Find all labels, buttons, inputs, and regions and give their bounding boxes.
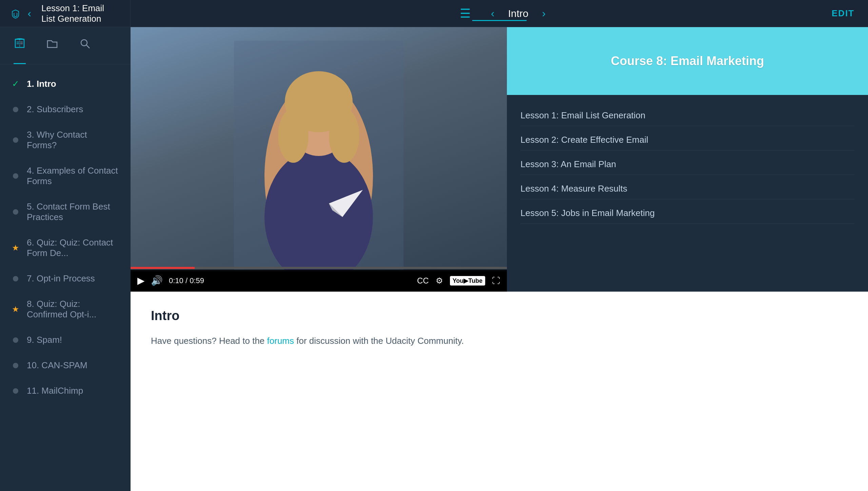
item-8-indicator: ★: [12, 306, 19, 313]
progress-bar-fill: [131, 267, 195, 269]
video-section: ▶ 🔊 0:10 / 0:59 CC ⚙ You▶Tube ⛶ Course 8…: [131, 27, 868, 292]
check-icon: ✓: [12, 79, 19, 89]
dot-icon-7: [13, 276, 18, 281]
svg-point-13: [329, 109, 359, 163]
time-display: 0:10 / 0:59: [169, 276, 411, 285]
sidebar-item-8[interactable]: ★ 8. Quiz: Quiz: Confirmed Opt-i...: [0, 291, 131, 327]
section-body: Have questions? Head to the forums for d…: [151, 333, 848, 348]
sidebar-item-11[interactable]: 11. MailChimp: [0, 378, 131, 404]
text-after-link: for discussion with the Udacity Communit…: [294, 336, 464, 346]
sidebar-item-7[interactable]: 7. Opt-in Process: [0, 266, 131, 291]
udacity-logo: [10, 5, 21, 22]
course-lesson-3[interactable]: Lesson 3: An Email Plan: [520, 154, 854, 175]
forums-link[interactable]: forums: [267, 336, 294, 346]
sidebar-item-4[interactable]: 4. Examples of Contact Forms: [0, 158, 131, 194]
dot-icon-4: [13, 173, 18, 179]
svg-point-5: [81, 40, 87, 46]
item-4-indicator: [12, 172, 19, 180]
video-person: [234, 41, 403, 271]
volume-button[interactable]: 🔊: [151, 275, 163, 286]
item-10-indicator: [12, 362, 19, 369]
dot-icon-11: [13, 388, 18, 394]
dot-icon-9: [13, 337, 18, 343]
section-title: Intro: [151, 309, 848, 323]
text-before-link: Have questions? Head to the: [151, 336, 267, 346]
dot-icon-2: [13, 107, 18, 112]
content-area: ▶ 🔊 0:10 / 0:59 CC ⚙ You▶Tube ⛶ Course 8…: [131, 27, 868, 491]
item-6-label: 6. Quiz: Quiz: Contact Form De...: [27, 237, 119, 258]
item-2-indicator: [12, 106, 19, 113]
dot-icon-5: [13, 209, 18, 215]
dot-icon-10: [13, 363, 18, 368]
star-icon-8: ★: [12, 305, 19, 314]
video-thumbnail: [131, 27, 507, 271]
youtube-badge[interactable]: You▶Tube: [450, 276, 485, 286]
text-content-area: Intro Have questions? Head to the forums…: [131, 292, 868, 491]
item-4-label: 4. Examples of Contact Forms: [27, 165, 119, 186]
sidebar-item-1[interactable]: ✓ 1. Intro: [0, 71, 131, 97]
course-info-panel: Course 8: Email Marketing Lesson 1: Emai…: [507, 27, 868, 292]
item-7-indicator: [12, 275, 19, 282]
sidebar-item-9[interactable]: 9. Spam!: [0, 327, 131, 353]
header-lesson-title: Lesson 1: Email List Generation: [41, 3, 120, 24]
nav-prev-button[interactable]: ‹: [491, 7, 495, 20]
item-2-label: 2. Subscribers: [27, 104, 83, 115]
play-button[interactable]: ▶: [137, 275, 145, 286]
logo-area: ‹ Lesson 1: Email List Generation: [0, 0, 131, 27]
item-9-indicator: [12, 336, 19, 344]
sidebar-item-6[interactable]: ★ 6. Quiz: Quiz: Contact Form De...: [0, 230, 131, 266]
course-lesson-5[interactable]: Lesson 5: Jobs in Email Marketing: [520, 203, 854, 224]
item-9-label: 9. Spam!: [27, 335, 62, 345]
item-7-label: 7. Opt-in Process: [27, 273, 95, 284]
nav-title: Intro: [508, 8, 528, 19]
nav-center: ☰ ‹ Intro ›: [131, 6, 868, 21]
sidebar-item-10[interactable]: 10. CAN-SPAM: [0, 353, 131, 378]
course-lesson-4[interactable]: Lesson 4: Measure Results: [520, 178, 854, 199]
course-title: Course 8: Email Marketing: [611, 54, 764, 68]
item-8-label: 8. Quiz: Quiz: Confirmed Opt-i...: [27, 299, 119, 320]
sidebar-list: ✓ 1. Intro 2. Subscribers 3. Why Contact…: [0, 64, 131, 491]
ctrl-icons: CC ⚙ You▶Tube ⛶: [417, 276, 500, 286]
back-arrow[interactable]: ‹: [27, 7, 31, 20]
item-1-label: 1. Intro: [27, 79, 56, 89]
hamburger-button[interactable]: ☰: [453, 6, 477, 21]
tab-folder[interactable]: [46, 37, 58, 57]
dot-icon-3: [13, 137, 18, 143]
course-lessons-list: Lesson 1: Email List Generation Lesson 2…: [507, 95, 868, 234]
main-container: ✓ 1. Intro 2. Subscribers 3. Why Contact…: [0, 27, 868, 491]
sidebar-item-3[interactable]: 3. Why Contact Forms?: [0, 122, 131, 158]
captions-button[interactable]: CC: [417, 276, 429, 286]
progress-bar-container[interactable]: [131, 267, 507, 269]
nav-next-button[interactable]: ›: [542, 7, 546, 20]
sidebar: ✓ 1. Intro 2. Subscribers 3. Why Contact…: [0, 27, 131, 491]
sidebar-item-2[interactable]: 2. Subscribers: [0, 97, 131, 122]
item-5-indicator: [12, 208, 19, 216]
svg-point-12: [278, 109, 309, 163]
video-controls: ▶ 🔊 0:10 / 0:59 CC ⚙ You▶Tube ⛶: [131, 270, 507, 292]
sidebar-tabs: [0, 27, 131, 64]
course-lesson-2[interactable]: Lesson 2: Create Effective Email: [520, 130, 854, 151]
item-6-indicator: ★: [12, 244, 19, 252]
item-3-label: 3. Why Contact Forms?: [27, 130, 119, 151]
item-11-indicator: [12, 387, 19, 395]
tab-search[interactable]: [79, 37, 91, 57]
item-3-indicator: [12, 136, 19, 144]
item-11-label: 11. MailChimp: [27, 386, 83, 396]
fullscreen-button[interactable]: ⛶: [492, 276, 500, 286]
star-icon-6: ★: [12, 243, 19, 253]
svg-line-6: [86, 45, 90, 48]
item-10-label: 10. CAN-SPAM: [27, 360, 87, 371]
item-1-indicator: ✓: [12, 80, 19, 88]
course-lesson-1[interactable]: Lesson 1: Email List Generation: [520, 105, 854, 126]
settings-button[interactable]: ⚙: [436, 276, 443, 286]
tab-book[interactable]: [14, 37, 26, 57]
edit-button[interactable]: EDIT: [832, 8, 854, 19]
course-title-box: Course 8: Email Marketing: [507, 27, 868, 95]
video-player[interactable]: ▶ 🔊 0:10 / 0:59 CC ⚙ You▶Tube ⛶: [131, 27, 507, 292]
header: ‹ Lesson 1: Email List Generation ☰ ‹ In…: [0, 0, 868, 27]
item-5-label: 5. Contact Form Best Practices: [27, 201, 119, 222]
sidebar-item-5[interactable]: 5. Contact Form Best Practices: [0, 194, 131, 230]
